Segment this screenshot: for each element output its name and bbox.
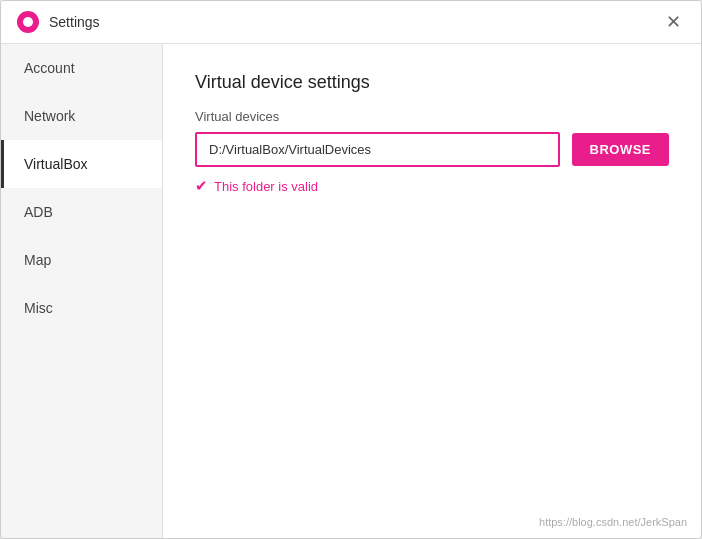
sidebar-item-network[interactable]: Network (1, 92, 162, 140)
sidebar: Account Network VirtualBox ADB Map Misc (1, 44, 163, 538)
check-icon: ✔ (195, 177, 208, 195)
subsection-label: Virtual devices (195, 109, 669, 124)
watermark: https://blog.csdn.net/JerkSpan (539, 516, 687, 528)
folder-row: BROWSE (195, 132, 669, 167)
app-logo (17, 11, 39, 33)
content-area: Account Network VirtualBox ADB Map Misc … (1, 44, 701, 538)
section-title: Virtual device settings (195, 72, 669, 93)
sidebar-item-label: Map (24, 252, 51, 268)
settings-window: Settings ✕ Account Network VirtualBox AD… (0, 0, 702, 539)
sidebar-item-label: Account (24, 60, 75, 76)
sidebar-item-misc[interactable]: Misc (1, 284, 162, 332)
sidebar-item-account[interactable]: Account (1, 44, 162, 92)
sidebar-item-virtualbox[interactable]: VirtualBox (1, 140, 162, 188)
window-title: Settings (49, 14, 662, 30)
close-button[interactable]: ✕ (662, 11, 685, 33)
main-panel: Virtual device settings Virtual devices … (163, 44, 701, 538)
sidebar-item-label: Network (24, 108, 75, 124)
sidebar-item-label: Misc (24, 300, 53, 316)
sidebar-item-label: ADB (24, 204, 53, 220)
titlebar: Settings ✕ (1, 1, 701, 44)
sidebar-item-adb[interactable]: ADB (1, 188, 162, 236)
sidebar-item-label: VirtualBox (24, 156, 88, 172)
sidebar-item-map[interactable]: Map (1, 236, 162, 284)
validity-text: This folder is valid (214, 179, 318, 194)
logo-inner (23, 17, 33, 27)
folder-path-input[interactable] (195, 132, 560, 167)
browse-button[interactable]: BROWSE (572, 133, 670, 166)
validity-message: ✔ This folder is valid (195, 177, 669, 195)
